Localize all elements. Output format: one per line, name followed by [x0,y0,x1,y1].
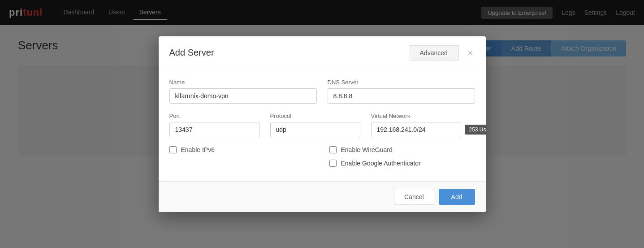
advanced-tab[interactable]: Advanced [409,45,459,61]
protocol-group: Protocol [270,113,360,137]
dns-group: DNS Server [328,79,475,104]
modal-overlay: Add Server Advanced × Name DNS Server P [0,0,644,248]
ipv6-checkbox-input[interactable] [169,146,177,153]
wireguard-checkbox-input[interactable] [329,146,337,153]
port-group: Port [169,113,259,137]
form-row-2: Port Protocol Virtual Network 253 Users [169,113,475,137]
vnet-label: Virtual Network [371,113,486,119]
dns-label: DNS Server [328,79,475,86]
protocol-label: Protocol [270,113,360,119]
users-badge: 253 Users [465,125,486,135]
modal-title: Add Server [169,48,409,58]
enable-ipv6-checkbox[interactable]: Enable IPv6 [169,146,315,153]
name-group: Name [169,79,317,104]
google-auth-label: Enable Google Authenticator [341,160,421,167]
port-label: Port [169,113,259,119]
modal-close-button[interactable]: × [466,48,475,57]
add-button[interactable]: Add [439,189,475,205]
add-server-modal: Add Server Advanced × Name DNS Server P [159,36,486,212]
left-checkboxes: Enable IPv6 [169,146,315,167]
protocol-input[interactable] [270,122,360,137]
modal-footer: Cancel Add [159,181,486,212]
enable-google-auth-checkbox[interactable]: Enable Google Authenticator [329,160,475,167]
vnet-group: Virtual Network 253 Users [371,113,486,137]
dns-input[interactable] [328,88,475,104]
vnet-input[interactable] [371,122,461,137]
right-checkboxes: Enable WireGuard Enable Google Authentic… [329,146,475,167]
enable-wireguard-checkbox[interactable]: Enable WireGuard [329,146,475,153]
modal-header: Add Server Advanced × [159,36,486,68]
name-label: Name [169,79,317,86]
modal-body: Name DNS Server Port Protocol [159,68,486,181]
port-input[interactable] [169,122,259,137]
ipv6-label: Enable IPv6 [181,146,215,153]
name-input[interactable] [169,88,317,104]
vnet-wrapper: 253 Users [371,122,486,137]
checkbox-row: Enable IPv6 Enable WireGuard Enable Goog… [169,146,475,167]
cancel-button[interactable]: Cancel [394,189,434,205]
google-auth-checkbox-input[interactable] [329,160,337,167]
form-row-1: Name DNS Server [169,79,475,104]
wireguard-label: Enable WireGuard [341,146,393,153]
